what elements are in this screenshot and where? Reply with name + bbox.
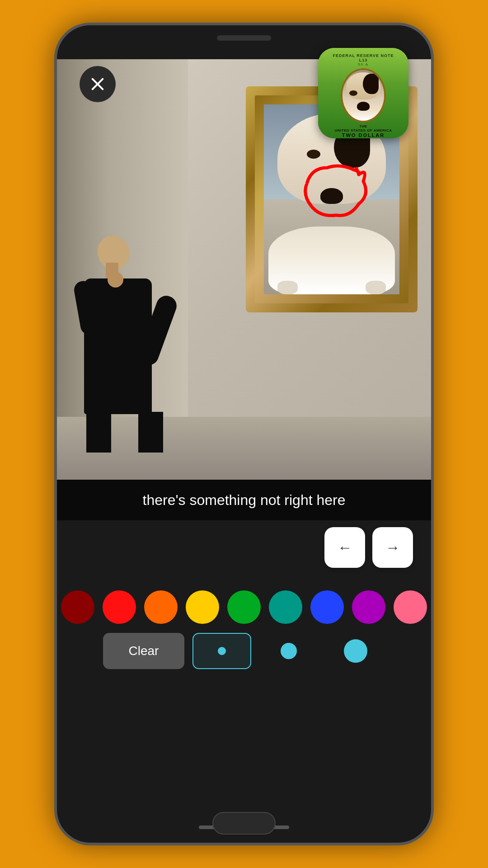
brush-options: Clear xyxy=(103,633,385,669)
close-button[interactable] xyxy=(80,66,116,102)
app-icon[interactable]: FEDERAL RESERVE NOTEL13 50 A THEUNITED S… xyxy=(318,48,408,138)
nav-buttons: ← → xyxy=(324,527,413,568)
clear-button[interactable]: Clear xyxy=(103,633,184,669)
caption-text: there's something not right here xyxy=(142,492,345,509)
color-swatch-green[interactable] xyxy=(227,590,261,624)
phone-speaker xyxy=(217,35,271,41)
brush-size-small-button[interactable] xyxy=(192,633,251,669)
brush-dot-large xyxy=(344,639,367,663)
caption-bar: there's something not right here xyxy=(57,480,431,520)
color-swatch-dark-red[interactable] xyxy=(61,590,94,624)
person-figure xyxy=(80,236,170,453)
portrait-dog-body xyxy=(268,226,395,294)
brush-size-medium-button[interactable] xyxy=(259,633,318,669)
color-swatch-red[interactable] xyxy=(103,590,136,624)
dollar-bottom-text: THEUNITED STATES OF AMERICA xyxy=(335,124,392,132)
color-swatch-teal[interactable] xyxy=(269,590,302,624)
color-swatch-blue[interactable] xyxy=(310,590,344,624)
portrait-dog-eye-left xyxy=(307,150,320,159)
phone-home-button[interactable] xyxy=(212,812,276,835)
color-swatch-yellow[interactable] xyxy=(186,590,219,624)
dollar-two-text: TWO DOLLAR xyxy=(342,132,385,138)
color-swatch-orange[interactable] xyxy=(144,590,178,624)
dollar-oval xyxy=(341,68,386,123)
red-circle-annotation xyxy=(300,159,372,222)
toolbar-area: Clear xyxy=(57,581,431,804)
undo-icon: ← xyxy=(338,539,352,556)
undo-button[interactable]: ← xyxy=(324,527,365,568)
brush-dot-medium xyxy=(281,643,297,659)
redo-icon: → xyxy=(385,539,400,556)
color-swatch-pink[interactable] xyxy=(394,590,427,624)
brush-dot-small xyxy=(218,647,226,655)
color-palette xyxy=(54,590,434,624)
brush-size-large-button[interactable] xyxy=(326,633,385,669)
dollar-top-text: FEDERAL RESERVE NOTEL13 xyxy=(333,53,394,62)
redo-button[interactable]: → xyxy=(372,527,413,568)
color-swatch-purple[interactable] xyxy=(352,590,385,624)
phone-frame: FEDERAL RESERVE NOTEL13 50 A THEUNITED S… xyxy=(54,23,434,845)
